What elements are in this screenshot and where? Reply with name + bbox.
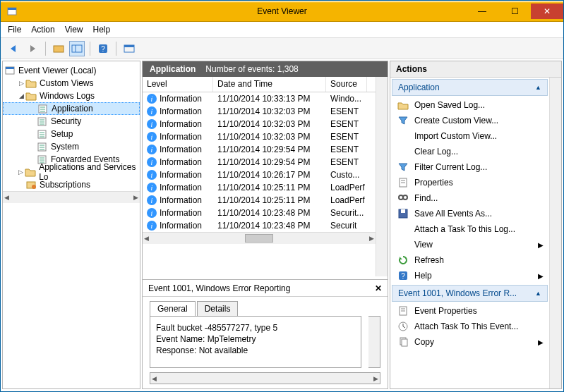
copy-icon [397, 336, 409, 348]
event-row[interactable]: iInformation11/10/2014 10:23:48 PMSecuri… [143, 219, 376, 232]
detail-close-icon[interactable]: ✕ [375, 283, 382, 293]
show-hide-button[interactable] [51, 41, 66, 56]
svg-rect-10 [6, 67, 14, 69]
panel-button[interactable] [69, 41, 85, 56]
info-icon: i [147, 132, 157, 142]
col-datetime[interactable]: Date and Time [213, 77, 326, 92]
tree-item[interactable]: System [3, 140, 140, 153]
event-row[interactable]: iInformation11/10/2014 10:25:11 PMLoadPe… [143, 194, 376, 207]
actions-section-app[interactable]: Application▲ [392, 79, 548, 96]
tree-twisty-icon[interactable]: ◢ [17, 92, 25, 99]
action-item[interactable]: Create Custom View... [390, 113, 549, 128]
tree-root[interactable]: Event Viewer (Local) [3, 64, 140, 77]
menu-help[interactable]: Help [93, 25, 111, 35]
window-title: Event Viewer [257, 6, 306, 16]
tree-icon [37, 141, 48, 152]
close-button[interactable]: ✕ [531, 4, 563, 19]
menu-action[interactable]: Action [31, 25, 54, 35]
detail-vscroll[interactable] [368, 316, 380, 368]
titlebar: Event Viewer — ☐ ✕ [1, 1, 563, 22]
action-item[interactable]: Filter Current Log... [390, 159, 549, 175]
tree-item[interactable]: Setup [3, 128, 140, 140]
tree-icon [37, 116, 48, 127]
action-item[interactable]: ?Help▶ [390, 268, 549, 283]
col-source[interactable]: Source [326, 77, 367, 92]
svg-rect-1 [8, 8, 16, 10]
tree-item[interactable]: ▷Applications and Services Lo [3, 166, 140, 178]
info-icon: i [147, 106, 157, 116]
tree-label: System [51, 142, 79, 152]
action-item[interactable]: Refresh [390, 252, 549, 268]
tab-details[interactable]: Details [197, 301, 239, 316]
content-count: Number of events: 1,308 [205, 64, 298, 74]
action-label: Attach a Task To this Log... [414, 224, 515, 234]
blank-icon [397, 239, 409, 250]
action-item[interactable]: Find... [390, 190, 549, 206]
grid-vscroll[interactable] [376, 77, 388, 276]
blank-icon [397, 146, 409, 157]
action-item[interactable]: Clear Log... [390, 144, 549, 159]
tree-twisty-icon[interactable]: ▷ [17, 169, 25, 176]
grid-hscroll[interactable]: ◀▶ [143, 232, 376, 244]
info-icon: i [147, 119, 157, 129]
svg-point-32 [32, 185, 36, 189]
blank-icon [397, 223, 409, 235]
info-icon: i [147, 145, 157, 154]
help-button[interactable]: ? [95, 41, 111, 56]
actions-section-event[interactable]: Event 1001, Windows Error R...▲ [392, 285, 548, 302]
save-icon [397, 208, 409, 219]
event-row[interactable]: iInformation11/10/2014 10:32:03 PMESENT [143, 118, 376, 130]
menu-file[interactable]: File [8, 25, 21, 35]
action-item[interactable]: Properties [390, 175, 549, 190]
actions-vscroll[interactable] [549, 78, 561, 388]
detail-hscroll[interactable]: ◀▶ [150, 372, 380, 384]
app-icon [6, 6, 18, 17]
svg-point-37 [403, 195, 407, 200]
event-row[interactable]: iInformation11/10/2014 10:32:03 PMESENT [143, 105, 376, 118]
event-grid[interactable]: Level Date and Time Source iInformation1… [143, 77, 376, 276]
content-title: Application [150, 64, 196, 74]
tree-label: Applications and Services Lo [39, 162, 140, 182]
detail-pane: Event 1001, Windows Error Reporting ✕ Ge… [143, 279, 388, 388]
col-level[interactable]: Level [143, 77, 213, 92]
event-row[interactable]: iInformation11/10/2014 10:29:54 PMESENT [143, 143, 376, 156]
minimize-button[interactable]: — [466, 4, 498, 19]
action-label: Clear Log... [414, 147, 458, 157]
back-button[interactable] [6, 41, 22, 56]
tree-icon [37, 103, 49, 114]
event-row[interactable]: iInformation11/10/2014 10:29:54 PMESENT [143, 156, 376, 169]
action-item[interactable]: Attach a Task To this Log... [390, 221, 549, 237]
tree-label: Application [52, 104, 93, 114]
maximize-button[interactable]: ☐ [498, 4, 531, 19]
tab-general[interactable]: General [150, 301, 196, 316]
info-icon: i [147, 183, 157, 192]
tree-item[interactable]: ◢Windows Logs [3, 90, 140, 102]
blank-icon [397, 130, 409, 142]
tree-item[interactable]: ▷Custom Views [3, 77, 140, 90]
tree-item[interactable]: Security [3, 115, 140, 128]
toolbar: ? [1, 38, 563, 59]
nav-tree[interactable]: Event Viewer (Local) ▷Custom Views◢Windo… [2, 61, 140, 389]
action-item[interactable]: Import Custom View... [390, 128, 549, 144]
action-item[interactable]: View▶ [390, 237, 549, 252]
action-item[interactable]: Attach Task To This Event... [390, 319, 549, 334]
find-icon [397, 192, 409, 204]
forward-button[interactable] [25, 41, 40, 56]
action-item[interactable]: Event Properties [390, 303, 549, 319]
tree-twisty-icon[interactable]: ▷ [17, 80, 25, 87]
menu-view[interactable]: View [65, 25, 83, 35]
event-row[interactable]: iInformation11/10/2014 10:33:13 PMWindo.… [143, 92, 376, 105]
action-item[interactable]: Copy▶ [390, 334, 549, 350]
view-button[interactable] [121, 41, 137, 56]
nav-scrollbar[interactable]: ◀▶ [3, 191, 140, 203]
tree-item[interactable]: Application [3, 102, 140, 115]
detail-line: Event Name: MpTelemetry [156, 333, 355, 345]
action-label: Help [414, 271, 432, 281]
action-item[interactable]: Open Saved Log... [390, 97, 549, 113]
event-row[interactable]: iInformation11/10/2014 10:26:17 PMCusto.… [143, 169, 376, 181]
event-row[interactable]: iInformation11/10/2014 10:32:03 PMESENT [143, 130, 376, 143]
event-row[interactable]: iInformation11/10/2014 10:23:48 PMSecuri… [143, 207, 376, 219]
action-item[interactable]: Save All Events As... [390, 206, 549, 221]
actions-pane: Actions Application▲ Open Saved Log...Cr… [390, 61, 562, 389]
event-row[interactable]: iInformation11/10/2014 10:25:11 PMLoadPe… [143, 181, 376, 194]
